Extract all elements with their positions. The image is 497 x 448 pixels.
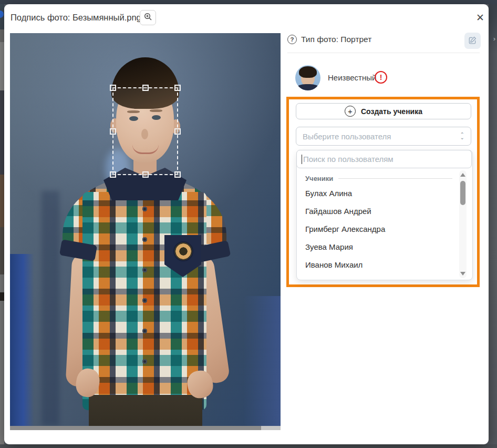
modal-title: Подпись фото: Безымянный.png — [11, 13, 141, 23]
person-name: Неизвестный — [328, 73, 376, 82]
photo-caption-modal: Подпись фото: Безымянный.png ✕ — [4, 4, 489, 444]
group-divider-line — [338, 178, 452, 179]
avatar — [295, 65, 320, 90]
search-input[interactable] — [296, 150, 472, 168]
students-group-header: Ученики — [305, 175, 452, 182]
shirt-button — [142, 237, 147, 242]
crop-handle-middle-right[interactable] — [174, 128, 181, 135]
shirt-button — [142, 207, 147, 211]
backdrop-fragment — [0, 227, 4, 274]
student-list: Булах АлинаГайдашов АндрейГримберг Алекс… — [297, 184, 454, 273]
backdrop-fragment — [0, 292, 4, 301]
backdrop-top-strip — [0, 0, 497, 4]
user-select-popup: Ученики Булах АлинаГайдашов АндрейГримбе… — [296, 150, 473, 280]
user-select-placeholder: Выберите пользователя — [303, 132, 460, 141]
shirt-button — [142, 329, 147, 333]
backdrop-bottom-strip — [0, 444, 497, 448]
photo-horizontal-scrollbar[interactable] — [10, 426, 281, 430]
magnifier-plus-icon — [144, 13, 152, 23]
curtain-fold — [244, 296, 281, 426]
crop-handle-bottom-middle[interactable] — [142, 171, 149, 178]
zoom-photo-button[interactable] — [140, 10, 156, 25]
create-student-label: Создать ученика — [361, 107, 422, 116]
student-list-item[interactable]: Зуева Мария — [297, 238, 454, 256]
plus-circle-icon: + — [345, 106, 356, 117]
list-vertical-scrollbar[interactable] — [459, 170, 467, 278]
backdrop-fragment — [0, 42, 4, 90]
student-list-item[interactable]: Гайдашов Андрей — [297, 202, 454, 220]
photo-type-row: ? Тип фото: Портрет — [287, 35, 371, 44]
create-student-button[interactable]: + Создать ученика — [296, 103, 471, 119]
crop-handle-top-right[interactable] — [174, 85, 181, 91]
list-scrollbar-thumb[interactable] — [460, 181, 465, 205]
text-caret — [302, 155, 302, 164]
user-select-dropdown[interactable]: Выберите пользователя ⌃⌄ — [296, 127, 471, 146]
student-list-item[interactable]: Иванов Михаил — [297, 256, 454, 273]
warning-icon: ! — [375, 71, 387, 84]
crop-handle-bottom-left[interactable] — [110, 171, 116, 178]
face-crop-selection[interactable] — [112, 87, 178, 175]
boy-pocket-badge — [173, 241, 193, 261]
student-list-item[interactable]: Гримберг Александра — [297, 220, 454, 238]
avatar-hair — [299, 66, 317, 78]
photo-canvas[interactable] — [10, 33, 281, 426]
chevron-right-icon: › — [493, 35, 495, 43]
backdrop-fragment — [0, 0, 4, 29]
chevron-up-down-icon: ⌃⌄ — [460, 133, 464, 139]
backdrop-right-strip: › — [489, 0, 497, 448]
student-list-item[interactable]: Булах Алина — [297, 184, 454, 202]
edit-photo-type-button[interactable] — [464, 33, 481, 49]
crop-handle-top-left[interactable] — [110, 85, 116, 91]
curtain-fold — [42, 191, 59, 426]
students-group-label: Ученики — [305, 175, 333, 182]
crop-handle-top-middle[interactable] — [142, 85, 149, 91]
photo-type-label: Тип фото: Портрет — [301, 35, 371, 44]
help-icon[interactable]: ? — [287, 35, 297, 44]
scroll-down-icon[interactable] — [460, 272, 465, 276]
shirt-button — [142, 298, 147, 303]
backdrop-fragment — [0, 11, 4, 18]
scroll-up-icon[interactable] — [460, 173, 465, 177]
close-icon[interactable]: ✕ — [474, 11, 486, 24]
crop-handle-bottom-right[interactable] — [174, 171, 181, 178]
curtain-fold — [10, 254, 34, 426]
backdrop-fragment — [0, 90, 4, 175]
shirt-button — [142, 268, 147, 272]
avatar-collar — [297, 84, 318, 90]
pencil-square-icon — [469, 36, 477, 46]
crop-handle-middle-left[interactable] — [110, 128, 116, 135]
photo-horizontal-scrollbar-thumb[interactable] — [10, 426, 261, 430]
backdrop-fragment — [0, 29, 4, 42]
shirt-button — [142, 359, 147, 364]
backdrop-fragment — [0, 175, 4, 227]
backdrop-left-strip — [0, 0, 4, 448]
section-divider — [287, 53, 480, 53]
boy-pants — [89, 395, 202, 426]
